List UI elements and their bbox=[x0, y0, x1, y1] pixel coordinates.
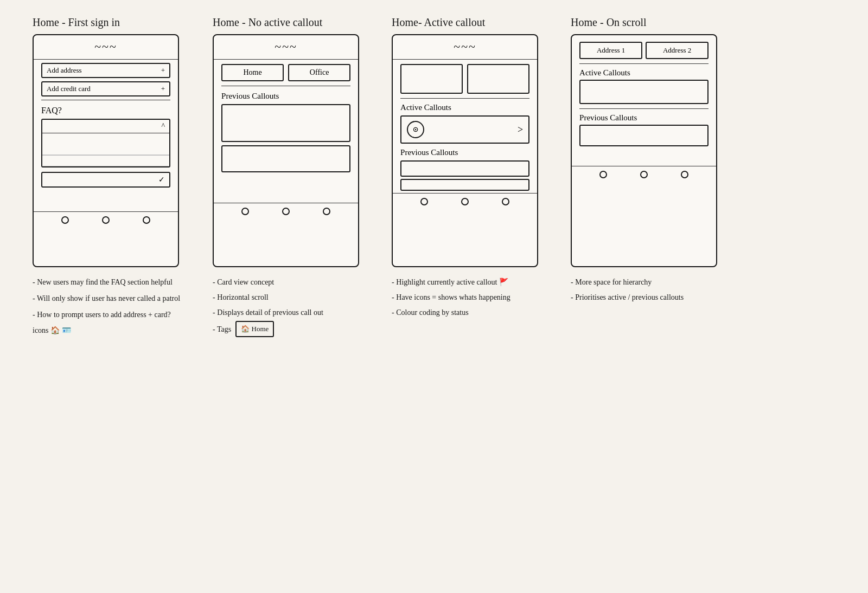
wf1-add-card[interactable]: Add credit card + bbox=[41, 81, 170, 96]
wf2-note-2: - Horizontal scroll bbox=[213, 291, 323, 304]
chevron-up-icon: ^ bbox=[161, 122, 165, 131]
nav-dot-3[interactable] bbox=[143, 216, 150, 224]
wf4-content: Address 1 Address 2 Active Callouts Prev… bbox=[572, 35, 716, 146]
wf3-content: Active Callouts ⊙ > Previous Callouts bbox=[393, 64, 537, 191]
wf1-note-3: - How to prompt users to add address + c… bbox=[33, 308, 180, 321]
chevron-right-icon: > bbox=[518, 124, 523, 136]
wf1-add-card-label: Add credit card bbox=[47, 85, 91, 93]
wf4-note-2: - Prioritises active / previous callouts bbox=[571, 291, 684, 304]
checkmark-icon: ✓ bbox=[158, 175, 165, 184]
nav-dot-2[interactable] bbox=[640, 171, 648, 178]
wf2-phone-frame: ~~~ Home Office Previous Callouts bbox=[213, 34, 359, 267]
wf1-accordion-2[interactable]: ✓ bbox=[41, 172, 170, 188]
wf4-address-row: Address 1 Address 2 bbox=[579, 42, 709, 59]
nav-dot-1[interactable] bbox=[241, 208, 249, 215]
wf2-note-3: - Displays detail of previous call out bbox=[213, 306, 323, 319]
wf1-note-1: - New users may find the FAQ section hel… bbox=[33, 276, 180, 289]
wf2-note-1: - Card view concept bbox=[213, 276, 323, 289]
wireframes-row: Home - First sign in ~~~ Add address + A… bbox=[22, 16, 846, 337]
wf4-prev-callouts-label: Previous Callouts bbox=[579, 113, 709, 123]
wf2-content: Home Office Previous Callouts bbox=[214, 64, 358, 172]
page: Home - First sign in ~~~ Add address + A… bbox=[0, 0, 868, 593]
nav-dot-1[interactable] bbox=[599, 171, 607, 178]
wf1-content: Add address + Add credit card + FAQ? ^ bbox=[34, 63, 178, 188]
wf2-tabs: Home Office bbox=[221, 64, 350, 81]
wf2-home-tag[interactable]: 🏠 Home bbox=[235, 321, 274, 337]
wf2-tab-home[interactable]: Home bbox=[221, 64, 284, 81]
wf4-address-2[interactable]: Address 2 bbox=[646, 42, 709, 59]
wf3-active-callouts-label: Active Callouts bbox=[400, 103, 529, 112]
nav-dot-3[interactable] bbox=[502, 198, 509, 205]
wf1-add-address[interactable]: Add address + bbox=[41, 63, 170, 78]
wf3-image-2 bbox=[467, 64, 529, 94]
nav-dot-1[interactable] bbox=[420, 198, 428, 205]
wf4-title: Home - On scroll bbox=[571, 16, 646, 29]
wf3-title: Home- Active callout bbox=[392, 16, 485, 29]
nav-dot-3[interactable] bbox=[681, 171, 688, 178]
wf4-address-1[interactable]: Address 1 bbox=[579, 42, 642, 59]
wf4-active-card[interactable] bbox=[579, 80, 709, 104]
wf1-add-address-label: Add address bbox=[47, 66, 82, 75]
wf3-phone-frame: ~~~ Active Callouts ⊙ > Previ bbox=[392, 34, 538, 267]
wf4-active-callouts-label: Active Callouts bbox=[579, 68, 709, 78]
nav-dot-2[interactable] bbox=[102, 216, 110, 224]
wf1-accordion-body bbox=[42, 133, 169, 155]
wf3-active-card[interactable]: ⊙ > bbox=[400, 115, 529, 144]
wf1-title: Home - First sign in bbox=[33, 16, 120, 29]
wf3-prev-card-2[interactable] bbox=[400, 179, 529, 191]
wf4-notes: - More space for hierarchy - Prioritises… bbox=[571, 276, 684, 304]
wf1-add-card-icon: + bbox=[161, 85, 165, 93]
wf1-nav-dots bbox=[34, 211, 178, 228]
wf3-note-1: - Highlight currently active callout 🚩 bbox=[392, 276, 510, 289]
wf4-note-1: - More space for hierarchy bbox=[571, 276, 684, 289]
nav-dot-3[interactable] bbox=[323, 208, 330, 215]
wf1-phone-frame: ~~~ Add address + Add credit card + FAQ? bbox=[33, 34, 179, 267]
location-icon: ⊙ bbox=[407, 121, 424, 138]
wf1-note-2: - Will only show if user has never calle… bbox=[33, 292, 180, 305]
wf2-tab-office[interactable]: Office bbox=[288, 64, 350, 81]
wf1-tilde: ~~~ bbox=[34, 35, 178, 56]
wf3-tilde: ~~~ bbox=[393, 35, 537, 56]
nav-dot-2[interactable] bbox=[282, 208, 290, 215]
wf2-card-1[interactable] bbox=[221, 104, 350, 142]
wf3-note-2: - Have icons = shows whats happening bbox=[392, 291, 510, 304]
wf1-accordion-footer: ✓ bbox=[42, 173, 169, 186]
wf1-notes: - New users may find the FAQ section hel… bbox=[33, 276, 180, 337]
wf2-note-4-with-tag: - Tags 🏠 Home bbox=[213, 321, 323, 337]
wf2-prev-callouts-label: Previous Callouts bbox=[221, 92, 350, 101]
wf4-prev-card[interactable] bbox=[579, 125, 709, 146]
wf1-add-address-icon: + bbox=[161, 66, 165, 75]
wf2-notes: - Card view concept - Horizontal scroll … bbox=[213, 276, 323, 337]
wireframe-2: Home - No active callout ~~~ Home Office… bbox=[213, 16, 359, 337]
wf3-notes: - Highlight currently active callout 🚩 -… bbox=[392, 276, 510, 319]
wf1-accordion-1[interactable]: ^ bbox=[41, 119, 170, 167]
wf3-prev-card-1[interactable] bbox=[400, 160, 529, 177]
wf4-nav-dots bbox=[572, 166, 716, 183]
wf3-prev-callouts-label: Previous Callouts bbox=[400, 148, 529, 157]
wf2-nav-dots bbox=[214, 203, 358, 220]
wf3-image-1 bbox=[400, 64, 463, 94]
wf3-note-3: - Colour coding by status bbox=[392, 306, 510, 319]
wf2-title: Home - No active callout bbox=[213, 16, 322, 29]
wireframe-1: Home - First sign in ~~~ Add address + A… bbox=[33, 16, 180, 337]
wireframe-3: Home- Active callout ~~~ Active Callouts… bbox=[392, 16, 538, 337]
wf3-nav-dots bbox=[393, 193, 537, 210]
wf1-accordion-header: ^ bbox=[42, 120, 169, 133]
wf4-phone-frame: Address 1 Address 2 Active Callouts Prev… bbox=[571, 34, 717, 267]
nav-dot-1[interactable] bbox=[61, 216, 69, 224]
wf2-card-2[interactable] bbox=[221, 145, 350, 172]
wireframe-4: Home - On scroll Address 1 Address 2 Act… bbox=[571, 16, 717, 337]
wf2-tilde: ~~~ bbox=[214, 35, 358, 56]
nav-dot-2[interactable] bbox=[461, 198, 469, 205]
wf3-image-row bbox=[400, 64, 529, 94]
wf1-note-4: icons 🏠 🪪 bbox=[33, 324, 180, 337]
wf1-faq-label: FAQ? bbox=[41, 106, 170, 115]
